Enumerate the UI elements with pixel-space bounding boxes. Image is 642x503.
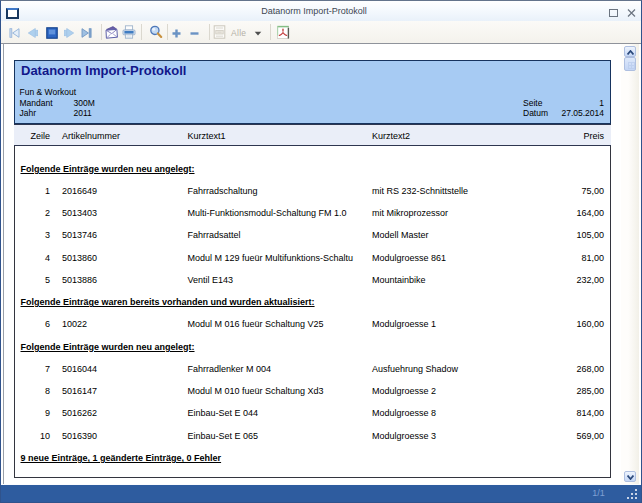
section-text: Folgende Einträge waren bereits vorhande…	[21, 296, 315, 308]
resize-grip[interactable]	[626, 488, 639, 501]
scrollbar-thumb[interactable]	[624, 57, 636, 71]
send-mail-icon[interactable]	[105, 26, 118, 39]
column-header-preis: Preis	[494, 130, 604, 142]
cell-zeile: 10	[14, 430, 50, 442]
cell-zeile: 7	[14, 363, 50, 375]
table-row: 55013886Ventil E143Mountainbike232,00	[14, 274, 609, 286]
cell-artikelnummer: 5013746	[62, 229, 97, 241]
zoom-in-icon[interactable]	[172, 29, 181, 38]
summary-line: 9 neue Einträge, 1 geänderte Einträge, 0…	[14, 452, 609, 464]
datum-value: 27.05.2014	[504, 108, 604, 119]
cell-kurztext1: Fahrradschaltung	[188, 185, 258, 197]
cell-kurztext1: Modul M 129 fueür Multifunktions-Schaltu	[188, 252, 354, 264]
cell-artikelnummer: 5013860	[62, 252, 97, 264]
window-title: Datanorm Import-Protokoll	[1, 5, 627, 18]
thumb-grip-texture	[628, 62, 635, 69]
cell-zeile: 1	[14, 185, 50, 197]
cell-kurztext1: Fahrradsattel	[188, 229, 241, 241]
scroll-up-button[interactable]	[624, 46, 636, 57]
cell-zeile: 6	[14, 318, 50, 330]
report-client: Fun & Workout	[20, 87, 77, 98]
table-row: 85016147Modul M 010 fueür Schaltung Xd3M…	[14, 385, 609, 397]
table-row: 95016262Einbau-Set E 044Modulgroesse 881…	[14, 407, 609, 419]
statusbar: 1/1	[1, 484, 641, 502]
toolbar-separator	[209, 24, 210, 40]
stop-icon[interactable]	[46, 27, 58, 39]
cell-artikelnummer: 5013403	[62, 207, 97, 219]
toolbar: Alle	[1, 21, 641, 44]
table-row: 45013860Modul M 129 fueür Multifunktions…	[14, 252, 609, 264]
table-body: Folgende Einträge wurden neu angelegt:12…	[14, 146, 611, 478]
previous-page-icon[interactable]	[27, 28, 39, 38]
next-page-icon[interactable]	[63, 28, 75, 38]
cell-artikelnummer: 10022	[62, 318, 87, 330]
cell-kurztext2: Modulgroesse 2	[372, 385, 436, 397]
table-row: 12016649Fahrradschaltungmit RS 232-Schni…	[14, 185, 609, 197]
cell-kurztext1: Einbau-Set E 065	[188, 430, 259, 442]
mandant-value: 300M	[74, 98, 95, 109]
report-preview: Datanorm Import-Protokoll Fun & Workout …	[3, 43, 641, 484]
page-indicator: 1/1	[576, 488, 621, 498]
cell-preis: 105,00	[494, 229, 604, 241]
cell-kurztext2: Ausfuehrung Shadow	[372, 363, 458, 375]
cell-preis: 164,00	[494, 207, 604, 219]
scroll-down-button[interactable]	[624, 471, 636, 482]
cell-kurztext1: Fahrradlenker M 004	[188, 363, 272, 375]
cell-kurztext2: Modulgroesse 861	[372, 252, 446, 264]
export-pdf-icon[interactable]	[276, 25, 290, 40]
cell-kurztext1: Einbau-Set E 044	[188, 407, 259, 419]
section-heading: Folgende Einträge wurden neu angelegt:	[14, 341, 609, 353]
last-page-icon[interactable]	[81, 28, 92, 38]
cell-artikelnummer: 5013886	[62, 274, 97, 286]
table-row: 35013746FahrradsattelModell Master105,00	[14, 229, 609, 241]
chevron-up-icon	[627, 50, 634, 55]
cell-kurztext2: mit RS 232-Schnittstelle	[372, 185, 468, 197]
titlebar: Datanorm Import-Protokoll	[1, 1, 641, 21]
chevron-down-icon	[627, 475, 634, 480]
toolbar-separator	[270, 24, 271, 40]
cell-kurztext2: Modulgroesse 3	[372, 430, 436, 442]
cell-kurztext2: Modulgroesse 8	[372, 407, 436, 419]
column-header-zeile: Zeile	[14, 130, 50, 142]
column-header-artikelnummer: Artikelnummer	[62, 130, 120, 142]
column-header-kurztext1: Kurztext1	[188, 130, 226, 142]
first-page-icon[interactable]	[9, 28, 20, 38]
zoom-icon[interactable]	[149, 25, 163, 39]
dropdown-arrow-icon[interactable]	[254, 31, 262, 36]
cell-artikelnummer: 5016044	[62, 363, 97, 375]
zoom-out-icon[interactable]	[190, 29, 199, 38]
table-row: 25013403Multi-Funktionsmodul-Schaltung F…	[14, 207, 609, 219]
cell-artikelnummer: 5016147	[62, 385, 97, 397]
cell-zeile: 2	[14, 207, 50, 219]
table-row: 105016390Einbau-Set E 065Modulgroesse 35…	[14, 430, 609, 442]
seite-value: 1	[504, 98, 604, 109]
cell-kurztext1: Modul M 016 fueür Schaltung V25	[188, 318, 324, 330]
cell-kurztext1: Multi-Funktionsmodul-Schaltung FM 1.0	[188, 207, 347, 219]
cell-zeile: 5	[14, 274, 50, 286]
report-title: Datanorm Import-Protokoll	[21, 63, 186, 78]
window: Datanorm Import-Protokoll	[0, 0, 642, 503]
cell-preis: 160,00	[494, 318, 604, 330]
cell-artikelnummer: 2016649	[62, 185, 97, 197]
table-row: 610022Modul M 016 fueür Schaltung V25Mod…	[14, 318, 609, 330]
vertical-scrollbar[interactable]	[621, 44, 639, 484]
cell-preis: 285,00	[494, 385, 604, 397]
toolbar-separator	[141, 24, 142, 40]
cell-kurztext1: Ventil E143	[188, 274, 234, 286]
table-header-row: Zeile Artikelnummer Kurztext1 Kurztext2 …	[14, 124, 611, 146]
page-scope-label: Alle	[231, 28, 246, 39]
summary-text: 9 neue Einträge, 1 geänderte Einträge, 0…	[21, 452, 222, 464]
cell-zeile: 3	[14, 229, 50, 241]
table-row: 75016044Fahrradlenker M 004Ausfuehrung S…	[14, 363, 609, 375]
print-range-icon	[213, 25, 226, 39]
cell-kurztext2: Modell Master	[372, 229, 429, 241]
cell-preis: 569,00	[494, 430, 604, 442]
jahr-label: Jahr	[20, 108, 37, 119]
cell-kurztext2: mit Mikroprozessor	[372, 207, 448, 219]
print-icon[interactable]	[122, 25, 136, 39]
cell-artikelnummer: 5016262	[62, 407, 97, 419]
close-button[interactable]	[625, 7, 638, 20]
cell-preis: 81,00	[494, 252, 604, 264]
cell-preis: 814,00	[494, 407, 604, 419]
maximize-button[interactable]	[609, 9, 618, 17]
